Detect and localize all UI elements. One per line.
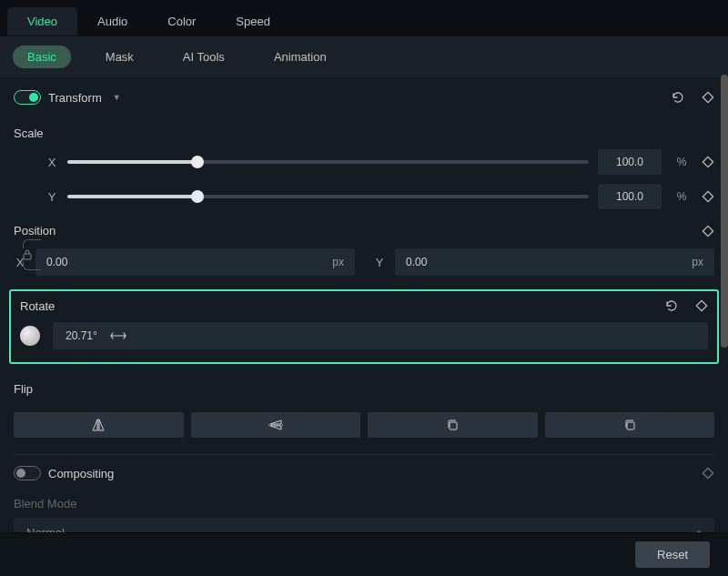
compositing-label: Compositing [48, 467, 114, 480]
flip-label: Flip [14, 373, 714, 405]
rotate-value: 20.71° [66, 329, 97, 342]
position-x-value: 0.00 [46, 256, 67, 268]
tab-speed[interactable]: Speed [216, 7, 290, 35]
top-tabs: Video Audio Color Speed [0, 0, 728, 36]
reset-button[interactable]: Reset [635, 541, 710, 568]
scale-y-unit: % [671, 190, 693, 203]
keyframe-icon[interactable] [702, 156, 714, 168]
drag-horizontal-icon [110, 331, 126, 340]
position-y-axis-label: Y [373, 256, 386, 269]
paste-button[interactable] [545, 412, 715, 438]
scale-x-slider[interactable] [67, 160, 589, 164]
copy-icon [446, 419, 459, 431]
svg-rect-5 [696, 300, 706, 310]
svg-rect-4 [703, 226, 713, 236]
svg-rect-2 [703, 157, 713, 167]
flip-horizontal-icon [91, 419, 106, 431]
tab-audio[interactable]: Audio [77, 7, 147, 35]
position-row: X 0.00 px Y 0.00 px [14, 248, 714, 276]
rotate-section: Rotate 20.71° [9, 289, 719, 364]
compositing-toggle[interactable] [14, 466, 41, 480]
rotate-input[interactable]: 20.71° [53, 322, 708, 349]
scale-x-value[interactable]: 100.0 [598, 149, 662, 175]
svg-rect-0 [703, 92, 713, 102]
copy-button[interactable] [368, 412, 538, 438]
transform-label: Transform [48, 91, 102, 105]
subtab-basic[interactable]: Basic [13, 45, 71, 68]
lock-icon [22, 248, 33, 261]
position-y-input[interactable]: 0.00 px [395, 248, 714, 276]
scale-x-axis-label: X [46, 156, 58, 169]
tab-video[interactable]: Video [7, 7, 77, 35]
keyframe-icon[interactable] [702, 225, 714, 237]
chevron-down-icon[interactable]: ▼ [113, 93, 121, 102]
position-x-unit: px [332, 256, 344, 268]
scale-label: Scale [14, 117, 714, 149]
flip-row [14, 412, 714, 438]
footer: Reset [0, 532, 728, 576]
position-y-unit: px [692, 256, 703, 268]
rotate-label: Rotate [20, 299, 55, 313]
transform-header: Transform ▼ [14, 77, 714, 117]
content-panel: Transform ▼ Scale X 100.0 % Y [0, 77, 728, 561]
sub-tabs: Basic Mask AI Tools Animation [0, 36, 728, 77]
scale-x-unit: % [671, 156, 693, 168]
scale-y-thumb[interactable] [191, 190, 204, 203]
flip-vertical-button[interactable] [191, 412, 361, 438]
transform-toggle[interactable] [14, 90, 41, 105]
keyframe-icon[interactable] [695, 299, 708, 312]
keyframe-icon[interactable] [702, 467, 714, 480]
position-y-value: 0.00 [406, 256, 427, 268]
scrollbar[interactable] [721, 75, 728, 348]
svg-rect-1 [24, 254, 31, 259]
lock-link[interactable] [14, 239, 41, 270]
scale-y-row: Y 100.0 % [14, 184, 714, 209]
position-x-input[interactable]: 0.00 px [35, 248, 355, 276]
flip-horizontal-button[interactable] [14, 412, 184, 438]
keyframe-icon[interactable] [702, 91, 714, 104]
svg-rect-9 [627, 422, 634, 429]
subtab-animation[interactable]: Animation [259, 45, 341, 68]
scale-y-value[interactable]: 100.0 [598, 184, 662, 209]
flip-vertical-icon [268, 419, 283, 431]
svg-rect-3 [703, 191, 713, 201]
reset-icon[interactable] [664, 298, 679, 313]
scale-y-axis-label: Y [46, 190, 58, 204]
subtab-ai-tools[interactable]: AI Tools [168, 45, 239, 68]
svg-rect-8 [450, 422, 457, 429]
scale-x-row: X 100.0 % [14, 149, 714, 175]
svg-rect-10 [703, 468, 713, 478]
subtab-mask[interactable]: Mask [91, 45, 148, 68]
keyframe-icon[interactable] [702, 190, 714, 203]
blend-mode-label: Blend Mode [14, 497, 714, 510]
paste-icon [623, 419, 636, 431]
scale-y-slider[interactable] [67, 195, 589, 198]
scale-x-thumb[interactable] [191, 156, 204, 168]
reset-icon[interactable] [671, 90, 685, 105]
tab-color[interactable]: Color [147, 7, 216, 35]
rotate-knob[interactable] [20, 326, 40, 346]
